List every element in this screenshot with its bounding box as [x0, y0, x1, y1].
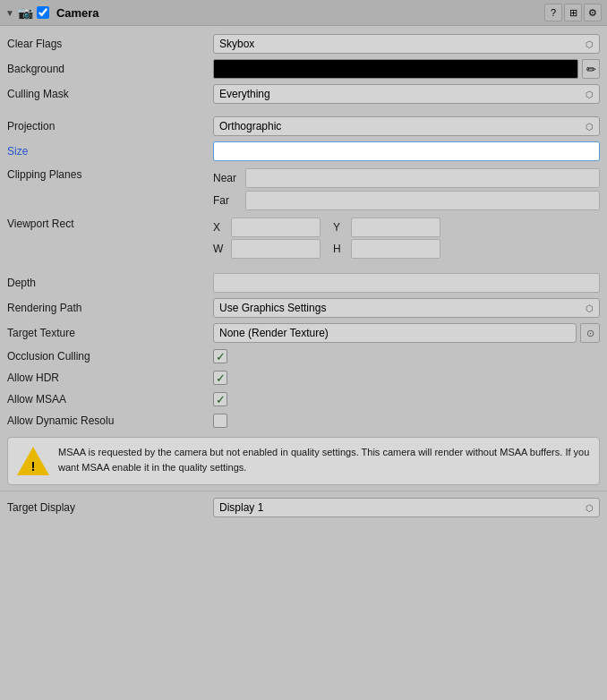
allow-msaa-checkbox[interactable]: ✓ [213, 392, 227, 406]
rendering-path-label: Rendering Path [7, 302, 213, 314]
warning-text: MSAA is requested by the camera but not … [58, 445, 590, 474]
allow-msaa-control: ✓ [213, 392, 600, 406]
viewport-rect-label: Viewport Rect [7, 218, 213, 230]
clear-flags-label: Clear Flags [7, 38, 213, 50]
allow-hdr-label: Allow HDR [7, 371, 213, 384]
h-label: H [333, 243, 347, 255]
projection-control: Orthographic ⬡ [213, 116, 600, 136]
size-label[interactable]: Size [7, 145, 213, 158]
eyedropper-icon[interactable]: ✏ [582, 59, 600, 79]
rendering-path-row: Rendering Path Use Graphics Settings ⬡ [0, 295, 607, 320]
far-label: Far [213, 194, 242, 207]
camera-icon: 📷 [18, 5, 33, 20]
allow-msaa-row: Allow MSAA ✓ [0, 388, 607, 410]
panel-title: Camera [56, 6, 99, 20]
warning-icon: ! [17, 445, 49, 477]
clipping-planes-control: Near 0.3 Far 1000 [213, 168, 600, 210]
near-label: Near [213, 172, 242, 184]
help-icon[interactable]: ? [544, 4, 562, 21]
y-input[interactable]: 0 [351, 218, 440, 237]
target-texture-label: Target Texture [7, 327, 213, 339]
background-control: ✏ [213, 59, 600, 79]
rendering-path-dropdown[interactable]: Use Graphics Settings ⬡ [213, 298, 600, 318]
allow-dynamic-resolution-checkbox[interactable] [213, 414, 227, 428]
viewport-rect-row: Viewport Rect X 0 Y 0 W 1 H 1 [0, 213, 607, 263]
presets-icon[interactable]: ⊞ [564, 4, 582, 21]
clear-flags-row: Clear Flags Skybox ⬡ [0, 31, 607, 56]
target-display-control: Display 1 ⬡ [213, 498, 600, 517]
allow-hdr-checkbox[interactable]: ✓ [213, 371, 227, 385]
culling-mask-row: Culling Mask Everything ⬡ [0, 81, 607, 107]
dropdown-arrow-icon: ⬡ [586, 39, 594, 49]
size-row: Size 25 [0, 139, 607, 164]
occlusion-culling-row: Occlusion Culling ✓ [0, 346, 607, 367]
background-row: Background ✏ [0, 56, 607, 81]
x-label: X [213, 221, 227, 234]
background-color-swatch[interactable] [213, 59, 578, 79]
occlusion-culling-label: Occlusion Culling [7, 350, 213, 363]
h-input[interactable]: 1 [351, 239, 440, 259]
w-label: W [213, 243, 227, 255]
panel-content: Clear Flags Skybox ⬡ Background ✏ Cullin… [0, 26, 607, 525]
x-input[interactable]: 0 [231, 218, 321, 237]
depth-control: -1 [213, 273, 600, 293]
dropdown-arrow-icon: ⬡ [586, 503, 594, 513]
enabled-checkbox[interactable] [37, 6, 49, 19]
culling-mask-dropdown[interactable]: Everything ⬡ [213, 84, 600, 104]
target-display-dropdown[interactable]: Display 1 ⬡ [213, 498, 600, 517]
header-icons: ? ⊞ ⚙ [544, 4, 602, 21]
size-control: 25 [213, 141, 600, 161]
target-texture-pick-icon[interactable]: ⊙ [580, 323, 600, 343]
background-label: Background [7, 63, 213, 75]
separator-2 [0, 263, 607, 270]
separator-1 [0, 107, 607, 114]
occlusion-culling-checkbox[interactable]: ✓ [213, 349, 227, 363]
depth-label: Depth [7, 277, 213, 289]
allow-hdr-control: ✓ [213, 371, 600, 385]
target-display-label: Target Display [7, 501, 213, 514]
clipping-planes-row: Clipping Planes Near 0.3 Far 1000 [0, 164, 607, 213]
occlusion-culling-control: ✓ [213, 349, 600, 363]
target-texture-control: None (Render Texture) ⊙ [213, 323, 600, 343]
rendering-path-control: Use Graphics Settings ⬡ [213, 298, 600, 318]
depth-row: Depth -1 [0, 270, 607, 295]
allow-msaa-label: Allow MSAA [7, 393, 213, 405]
dropdown-arrow-icon: ⬡ [586, 90, 594, 99]
target-texture-dropdown[interactable]: None (Render Texture) [213, 323, 577, 343]
target-texture-row: Target Texture None (Render Texture) ⊙ [0, 320, 607, 346]
far-input[interactable]: 1000 [245, 191, 600, 210]
culling-mask-control: Everything ⬡ [213, 84, 600, 104]
camera-panel: ▼ 📷 Camera ? ⊞ ⚙ Clear Flags Skybox ⬡ Ba… [0, 0, 607, 525]
clear-flags-control: Skybox ⬡ [213, 34, 600, 54]
clear-flags-dropdown[interactable]: Skybox ⬡ [213, 34, 600, 54]
settings-icon[interactable]: ⚙ [584, 4, 602, 21]
culling-mask-label: Culling Mask [7, 88, 213, 100]
divider [0, 491, 607, 491]
allow-dynamic-resolution-label: Allow Dynamic Resolu [7, 414, 213, 427]
dropdown-arrow-icon: ⬡ [586, 122, 594, 132]
allow-dynamic-resolution-control [213, 414, 600, 428]
projection-row: Projection Orthographic ⬡ [0, 114, 607, 139]
panel-header: ▼ 📷 Camera ? ⊞ ⚙ [0, 0, 607, 26]
clipping-planes-label: Clipping Planes [7, 168, 213, 181]
size-input[interactable]: 25 [213, 141, 600, 161]
dropdown-arrow-icon: ⬡ [586, 303, 594, 313]
allow-hdr-row: Allow HDR ✓ [0, 367, 607, 388]
allow-dynamic-resolution-row: Allow Dynamic Resolu [0, 410, 607, 431]
y-label: Y [333, 221, 347, 234]
projection-dropdown[interactable]: Orthographic ⬡ [213, 116, 600, 136]
viewport-rect-control: X 0 Y 0 W 1 H 1 [213, 218, 600, 260]
projection-label: Projection [7, 120, 213, 132]
w-input[interactable]: 1 [231, 239, 321, 259]
near-input[interactable]: 0.3 [245, 168, 600, 188]
target-display-row: Target Display Display 1 ⬡ [0, 495, 607, 520]
collapse-arrow-icon[interactable]: ▼ [5, 8, 14, 18]
depth-input[interactable]: -1 [213, 273, 600, 293]
warning-box: ! MSAA is requested by the camera but no… [7, 437, 600, 485]
